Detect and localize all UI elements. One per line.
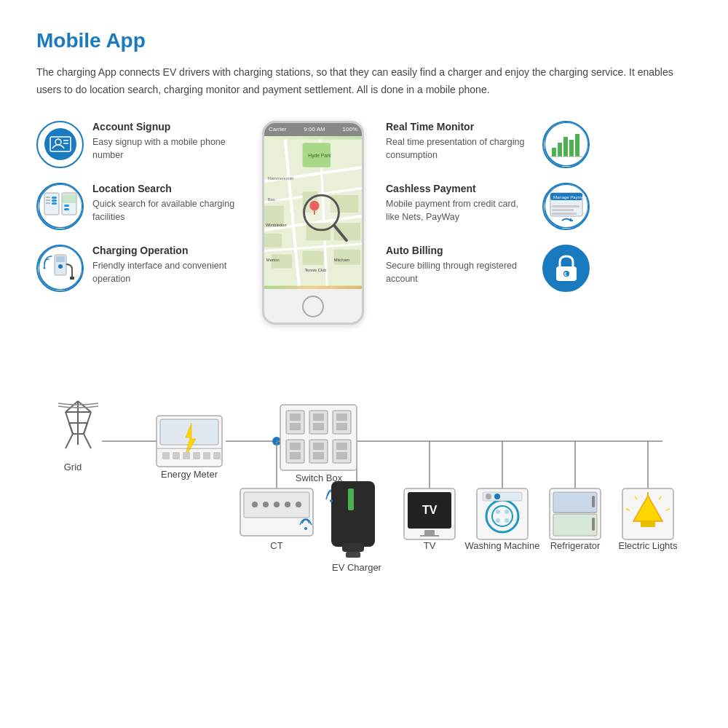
svg-point-124 (252, 502, 258, 507)
auto-billing-text: Auto Billing Secure billing through regi… (386, 245, 534, 287)
svg-rect-121 (336, 452, 347, 459)
svg-line-85 (66, 401, 78, 412)
charging-operation-icon-circle (36, 245, 84, 292)
switch-box-label: Switch Box (296, 472, 343, 483)
cashless-payment-text: Cashless Payment Mobile payment from cre… (386, 183, 534, 225)
charging-operation-title: Charging Operation (92, 245, 240, 256)
svg-text:Hammersmith: Hammersmith (268, 176, 294, 181)
feature-cashless-payment: Cashless Payment Mobile payment from cre… (386, 183, 590, 230)
svg-point-149 (494, 494, 500, 499)
energy-meter-icon-group (157, 416, 222, 467)
svg-point-145 (496, 518, 500, 523)
account-signup-desc: Easy signup with a mobile phone number (92, 135, 240, 163)
svg-point-144 (505, 510, 509, 514)
ct-icon-group (240, 488, 313, 536)
svg-rect-133 (346, 552, 360, 558)
account-signup-title: Account Signup (92, 121, 240, 132)
phone-bottom-bar (264, 289, 362, 324)
svg-rect-109 (313, 423, 324, 430)
svg-rect-10 (52, 197, 57, 199)
charging-operation-desc: Friendly interface and convenient operat… (92, 259, 240, 287)
phone-mockup-container: Carrier 9:00 AM 100% (255, 121, 371, 325)
washing-machine-icon-group (477, 488, 528, 539)
auto-billing-icon-circle: € (542, 245, 590, 292)
svg-line-90 (84, 423, 87, 434)
svg-point-148 (486, 494, 491, 499)
page-title: Mobile App (36, 29, 692, 52)
svg-rect-52 (552, 148, 556, 157)
carrier-label: Carrier (269, 126, 286, 132)
grid-label: Grid (64, 462, 82, 472)
lock-icon: € (550, 252, 582, 284)
svg-text:Manage Payments: Manage Payments (553, 195, 588, 199)
svg-point-143 (496, 510, 500, 514)
auto-billing-desc: Secure billing through registered accoun… (386, 259, 534, 287)
svg-text:TV: TV (422, 504, 438, 516)
real-time-monitor-desc: Real time presentation of charging consu… (386, 135, 534, 163)
svg-rect-12 (52, 202, 57, 205)
svg-rect-16 (64, 208, 69, 210)
svg-rect-19 (56, 256, 65, 262)
svg-rect-108 (313, 414, 324, 421)
location-icon (39, 184, 82, 228)
cashless-payment-icon-circle: Manage Payments (542, 183, 590, 230)
svg-line-86 (78, 401, 91, 412)
cashless-payment-title: Cashless Payment (386, 183, 534, 194)
feature-location-search: Location Search Quick search for availab… (36, 183, 240, 230)
svg-rect-152 (553, 514, 597, 536)
svg-rect-65 (552, 213, 577, 215)
switch-box-icon-group (280, 405, 357, 470)
svg-rect-63 (552, 205, 579, 207)
svg-rect-55 (569, 140, 574, 157)
svg-rect-112 (336, 423, 347, 430)
svg-point-126 (274, 502, 280, 507)
feature-account-signup: Account Signup Easy signup with a mobile… (36, 121, 240, 168)
svg-text:Hyde Park: Hyde Park (308, 153, 331, 159)
svg-rect-138 (424, 530, 435, 536)
battery-label: 100% (343, 126, 357, 132)
refrigerator-icon-group (550, 488, 601, 539)
svg-rect-56 (575, 134, 579, 157)
diagram-section: TV (36, 361, 692, 582)
svg-line-91 (66, 434, 73, 448)
svg-text:Merton: Merton (266, 258, 280, 262)
features-left: Account Signup Easy signup with a mobile… (36, 121, 240, 292)
feature-charging-operation: Charging Operation Friendly interface an… (36, 245, 240, 292)
svg-text:Tennis Club: Tennis Club (305, 268, 327, 272)
refrigerator-label: Refrigerator (550, 540, 601, 551)
tv-icon-group: TV (404, 488, 455, 539)
svg-rect-118 (313, 452, 324, 459)
ev-charger-icon-group (326, 481, 375, 558)
phone-home-button[interactable] (302, 296, 324, 317)
svg-rect-6 (44, 193, 59, 215)
monitor-icon (545, 122, 588, 166)
tv-label: TV (424, 540, 436, 551)
real-time-monitor-text: Real Time Monitor Real time presentation… (386, 121, 534, 163)
svg-text:Mitcham: Mitcham (334, 258, 350, 262)
svg-point-127 (285, 502, 290, 507)
electric-lights-icon-group (622, 488, 673, 539)
svg-rect-64 (552, 209, 574, 211)
time-label: 9:00 AM (304, 126, 325, 132)
real-time-monitor-title: Real Time Monitor (386, 121, 534, 132)
svg-point-129 (304, 527, 307, 530)
svg-rect-21 (70, 277, 74, 280)
svg-point-128 (296, 502, 301, 507)
ct-label: CT (270, 540, 282, 551)
svg-point-146 (505, 518, 509, 523)
energy-meter-label: Energy Meter (161, 469, 218, 480)
phone-map: Hyde Park Hammersmith Bas. Wimbledon Te (264, 136, 362, 289)
svg-rect-153 (592, 496, 595, 507)
svg-point-134 (330, 499, 333, 502)
ev-charger-label: EV Charger (332, 562, 382, 573)
svg-text:€: € (564, 272, 567, 277)
features-container: Account Signup Easy signup with a mobile… (36, 121, 692, 325)
svg-rect-105 (290, 414, 301, 421)
svg-point-125 (263, 502, 269, 507)
location-search-desc: Quick search for available charging faci… (92, 197, 240, 225)
features-right: Real Time Monitor Real time presentation… (386, 121, 590, 292)
payment-icon: Manage Payments (545, 184, 588, 228)
account-signup-icon-circle (36, 121, 84, 168)
electric-lights-label: Electric Lights (619, 540, 678, 551)
svg-rect-100 (193, 452, 200, 459)
